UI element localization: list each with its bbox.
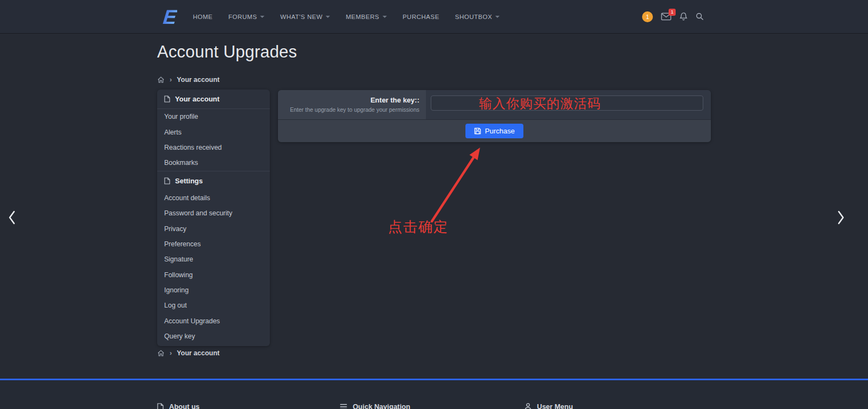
- purchase-button-label: Purchase: [485, 127, 515, 135]
- save-icon: [474, 127, 481, 135]
- nav-item-label: HOME: [193, 14, 213, 20]
- navbar-actions: 1 1: [642, 0, 704, 33]
- messages-button[interactable]: 1: [661, 12, 671, 21]
- page-icon: [157, 403, 164, 409]
- breadcrumb-item-your-account[interactable]: Your account: [177, 349, 219, 357]
- upgrade-key-input[interactable]: [431, 95, 703, 111]
- nav-item-members[interactable]: MEMBERS: [346, 14, 387, 20]
- next-page-button[interactable]: [837, 209, 845, 226]
- breadcrumb-item-your-account[interactable]: Your account: [177, 76, 219, 84]
- nav-item-shoutbox[interactable]: SHOUTBOX: [455, 14, 500, 20]
- messages-badge: 1: [669, 9, 676, 16]
- bell-icon: [679, 12, 688, 21]
- footer-quick-navigation[interactable]: Quick Navigation: [340, 402, 410, 409]
- search-icon: [696, 12, 704, 21]
- sidebar-item-following[interactable]: Following: [157, 267, 270, 283]
- page-icon: [164, 95, 170, 103]
- footer-column-label: Quick Navigation: [353, 402, 410, 409]
- nav-item-label: WHAT'S NEW: [280, 14, 322, 20]
- sidebar-item-reactions-received[interactable]: Reactions received: [157, 140, 270, 155]
- annotation-arrow-icon: [404, 140, 490, 231]
- footer-about-us[interactable]: About us: [157, 402, 199, 409]
- nav-item-label: FORUMS: [229, 14, 257, 20]
- chevron-down-icon: [383, 16, 387, 18]
- sidebar-item-account-upgrades[interactable]: Account Upgrades: [157, 314, 270, 329]
- footer-column-label: User Menu: [537, 402, 573, 409]
- sidebar-item-privacy[interactable]: Privacy: [157, 221, 270, 236]
- enter-key-label: Enter the key::: [284, 96, 419, 104]
- nav-item-forums[interactable]: FORUMS: [229, 14, 265, 20]
- sidebar-section-your-account[interactable]: Your account: [157, 90, 270, 109]
- sidebar-section-label: Settings: [175, 177, 203, 185]
- search-button[interactable]: [696, 12, 704, 21]
- main-nav: HOME FORUMS WHAT'S NEW MEMBERS PURCHASE …: [193, 0, 500, 33]
- sidebar-item-signature[interactable]: Signature: [157, 252, 270, 267]
- enter-key-hint: Enter the upgrade key to upgrade your pe…: [284, 106, 419, 113]
- nav-item-whats-new[interactable]: WHAT'S NEW: [280, 14, 330, 20]
- sidebar-item-ignoring[interactable]: Ignoring: [157, 283, 270, 298]
- nav-item-label: PURCHASE: [403, 14, 439, 20]
- form-label-cell: Enter the key:: Enter the upgrade key to…: [278, 90, 426, 119]
- form-submit-row: Purchase: [278, 119, 711, 142]
- breadcrumb-separator: ›: [170, 75, 172, 84]
- user-icon: [524, 403, 532, 409]
- purchase-button[interactable]: Purchase: [465, 124, 523, 138]
- chevron-left-icon: [8, 209, 16, 226]
- page-title: Account Upgrades: [157, 42, 297, 62]
- site-logo[interactable]: E: [158, 5, 182, 29]
- sidebar-item-password-and-security[interactable]: Password and security: [157, 206, 270, 221]
- previous-page-button[interactable]: [8, 209, 16, 226]
- breadcrumb: › Your account: [157, 75, 219, 84]
- alerts-button[interactable]: [679, 12, 688, 21]
- page-icon: [164, 177, 170, 184]
- sidebar-item-log-out[interactable]: Log out: [157, 298, 270, 313]
- annotation-click-hint: 点击确定: [388, 218, 449, 237]
- top-navbar: E HOME FORUMS WHAT'S NEW MEMBERS PURCHAS…: [0, 0, 868, 33]
- chevron-down-icon: [495, 16, 500, 18]
- chevron-down-icon: [326, 16, 330, 18]
- nav-item-purchase[interactable]: PURCHASE: [403, 14, 439, 20]
- nav-item-label: SHOUTBOX: [455, 14, 493, 20]
- breadcrumb-bottom: › Your account: [157, 349, 219, 357]
- chevron-right-icon: [837, 209, 845, 226]
- home-icon[interactable]: [157, 76, 165, 84]
- nav-item-label: MEMBERS: [346, 14, 379, 20]
- sidebar-section-settings[interactable]: Settings: [157, 171, 270, 190]
- sidebar-item-bookmarks[interactable]: Bookmarks: [157, 155, 270, 170]
- sidebar-section-label: Your account: [175, 95, 219, 103]
- form-row-enter-key: Enter the key:: Enter the upgrade key to…: [278, 90, 711, 119]
- list-icon: [340, 404, 347, 409]
- form-input-cell: [426, 90, 711, 119]
- sidebar-item-your-profile[interactable]: Your profile: [157, 109, 270, 124]
- chevron-down-icon: [260, 16, 264, 18]
- sidebar-item-preferences[interactable]: Preferences: [157, 237, 270, 252]
- footer-user-menu[interactable]: User Menu: [524, 402, 573, 409]
- home-icon[interactable]: [157, 349, 165, 357]
- breadcrumb-separator: ›: [170, 349, 172, 357]
- page-footer: About us Quick Navigation User Menu: [0, 380, 868, 409]
- sidebar-item-query-key[interactable]: Query key: [157, 329, 270, 344]
- account-sidebar: Your account Your profile Alerts Reactio…: [157, 90, 270, 346]
- account-upgrades-page: E HOME FORUMS WHAT'S NEW MEMBERS PURCHAS…: [0, 0, 868, 409]
- user-avatar[interactable]: 1: [642, 11, 653, 22]
- logo-e-icon: E: [162, 7, 178, 27]
- upgrade-key-form: Enter the key:: Enter the upgrade key to…: [278, 90, 711, 142]
- sidebar-item-account-details[interactable]: Account details: [157, 190, 270, 206]
- sidebar-item-alerts[interactable]: Alerts: [157, 124, 270, 139]
- nav-item-home[interactable]: HOME: [193, 14, 213, 20]
- footer-column-label: About us: [169, 402, 199, 409]
